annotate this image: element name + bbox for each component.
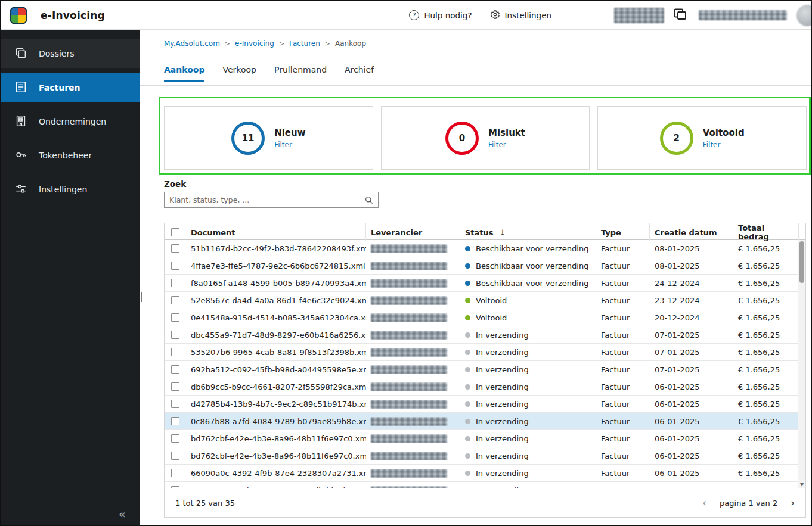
- tab-archief[interactable]: Archief: [345, 65, 374, 82]
- row-checkbox[interactable]: [171, 365, 179, 374]
- status-label: In verzending: [476, 365, 529, 374]
- type-cell: Factuur: [596, 365, 650, 374]
- table-row[interactable]: 0c867b88-a7fd-4084-9789-b079ae859b8e.xml…: [165, 413, 798, 430]
- table-row[interactable]: 4ffae7e3-ffe5-4787-9e2c-6b6bc6724815.xml…: [165, 257, 798, 275]
- status-label: In verzending: [476, 417, 529, 426]
- date-cell: 07-01-2025: [650, 331, 733, 340]
- scrollbar-thumb[interactable]: [799, 241, 804, 283]
- type-cell: Factuur: [596, 279, 650, 288]
- status-dot-icon: [465, 332, 470, 338]
- column-header-type[interactable]: Type: [596, 223, 650, 241]
- next-page-icon[interactable]: ›: [791, 498, 795, 508]
- row-checkbox[interactable]: [171, 331, 179, 339]
- question-mark-icon: ?: [409, 10, 419, 20]
- breadcrumb-link[interactable]: Facturen: [289, 39, 320, 48]
- breadcrumb-link[interactable]: e-Invoicing: [235, 39, 274, 48]
- table-row[interactable]: 0e41548a-915d-4514-b085-345a612304ca.xml…: [165, 309, 798, 326]
- row-checkbox[interactable]: [171, 417, 179, 425]
- status-dot-icon: [465, 350, 470, 355]
- table-row[interactable]: 692ba512-c092-45fb-b98d-a04495598e5e.xml…: [165, 361, 798, 378]
- filter-link[interactable]: Filter: [274, 141, 305, 149]
- scrollbar-down-arrow[interactable]: ▼: [798, 482, 805, 487]
- select-all-checkbox[interactable]: [171, 228, 179, 236]
- row-checkbox[interactable]: [171, 382, 179, 391]
- amount-cell: € 1.656,25: [733, 400, 798, 409]
- row-checkbox[interactable]: [171, 348, 179, 356]
- leverancier-redacted: [371, 313, 447, 322]
- sidebar-item-ondernemingen[interactable]: Ondernemingen: [1, 107, 140, 136]
- status-label: Voltooid: [476, 296, 507, 305]
- sidebar-item-tokenbeheer[interactable]: Tokenbeheer: [1, 141, 140, 170]
- row-checkbox[interactable]: [171, 469, 179, 477]
- user-avatar[interactable]: [796, 5, 811, 26]
- table-row[interactable]: d42785b4-13b9-4b7c-9ec2-c89c51b9174b.xml…: [165, 396, 798, 413]
- pagination: ‹ pagina 1 van 2 ›: [702, 498, 795, 508]
- status-label: In verzending: [476, 400, 529, 409]
- row-checkbox[interactable]: [171, 279, 179, 287]
- row-checkbox[interactable]: [171, 452, 179, 460]
- search-input[interactable]: [165, 195, 360, 204]
- document-name: 66090a0c-4392-4f9b-87e4-2328307a2731.xml: [186, 469, 366, 478]
- row-checkbox[interactable]: [171, 296, 179, 304]
- tab-aankoop[interactable]: Aankoop: [164, 65, 204, 82]
- table-row[interactable]: bd762cbf-e42e-4b3e-8a96-48b11f6e97c0.xml…: [165, 447, 798, 465]
- column-header-status[interactable]: Status ↓: [460, 223, 596, 241]
- row-checkbox[interactable]: [171, 400, 179, 408]
- breadcrumb-link[interactable]: My.Adsolut.com: [164, 39, 220, 48]
- sidebar-item-instellingen[interactable]: Instellingen: [1, 175, 140, 204]
- row-checkbox[interactable]: [171, 244, 179, 253]
- table-row[interactable]: 63ec6a78-556b-4e54-8091-c07dbdd29b42.xml…: [165, 482, 798, 488]
- status-cell: In verzending: [460, 382, 596, 391]
- date-cell: 20-12-2024: [650, 313, 733, 322]
- tab-prullenmand[interactable]: Prullenmand: [274, 65, 327, 82]
- settings-button[interactable]: Instellingen: [490, 10, 551, 21]
- status-dot-icon: [465, 384, 470, 390]
- filter-link[interactable]: Filter: [488, 141, 525, 149]
- type-cell: Factuur: [596, 244, 650, 253]
- date-cell: 07-01-2025: [650, 365, 733, 374]
- table-row[interactable]: 535207b6-9965-4cab-8a81-9f8513f2398b.xml…: [165, 344, 798, 361]
- document-name: dbc455a9-71d7-48d9-8297-e60b416a6256.xml: [186, 331, 366, 340]
- panel-resize-handle[interactable]: [141, 292, 144, 302]
- status-cell: In verzending: [460, 469, 596, 478]
- table-row[interactable]: dbc455a9-71d7-48d9-8297-e60b416a6256.xml…: [165, 326, 798, 344]
- help-button[interactable]: ? Hulp nodig?: [409, 10, 472, 20]
- leverancier-redacted: [371, 296, 447, 305]
- count-badge: 0: [445, 122, 479, 155]
- status-cell: In verzending: [460, 452, 596, 460]
- sidebar-collapse-button[interactable]: «: [119, 507, 126, 521]
- tab-verkoop[interactable]: Verkoop: [222, 65, 256, 82]
- status-card-voltooid: 2 Voltooid Filter: [597, 106, 807, 170]
- table-scrollbar: ▼: [798, 240, 805, 488]
- type-cell: Factuur: [596, 417, 650, 426]
- search-icon[interactable]: [360, 192, 378, 207]
- date-cell: 07-01-2025: [650, 348, 733, 357]
- table-row[interactable]: 52e8567c-da4d-4a0a-86d1-f4e6c32c9024.xml…: [165, 292, 798, 309]
- amount-cell: € 1.656,25: [733, 417, 798, 426]
- table-row[interactable]: 51b1167d-b2cc-49f2-b83d-78642208493f.xml…: [165, 240, 798, 257]
- table-row[interactable]: bd762cbf-e42e-4b3e-8a96-48b11f6e97c0.xml…: [165, 430, 798, 447]
- previous-page-icon[interactable]: ‹: [702, 498, 706, 508]
- status-cell: Beschikbaar voor verzending: [460, 262, 596, 270]
- table-row[interactable]: 66090a0c-4392-4f9b-87e4-2328307a2731.xml…: [165, 465, 798, 482]
- column-header-amount[interactable]: Totaal bedrag: [733, 223, 799, 241]
- table-footer: 1 tot 25 van 35 ‹ pagina 1 van 2 ›: [165, 488, 805, 517]
- redacted-user-name: [699, 10, 787, 20]
- row-checkbox[interactable]: [171, 313, 179, 322]
- date-cell: 06-01-2025: [650, 417, 733, 426]
- row-checkbox[interactable]: [171, 434, 179, 443]
- company-switch-icon[interactable]: [672, 7, 688, 24]
- table-row[interactable]: f8a0165f-a148-4599-b005-b897470993a4.xml…: [165, 275, 798, 292]
- sidebar-item-facturen[interactable]: Facturen: [1, 73, 140, 102]
- row-checkbox[interactable]: [171, 262, 179, 270]
- sidebar-item-dossiers[interactable]: Dossiers: [1, 39, 140, 68]
- status-cards: 11 Nieuw Filter 0 Mislukt Filter 2: [164, 106, 807, 170]
- status-label: In verzending: [476, 469, 529, 478]
- status-cell: Voltooid: [460, 296, 596, 305]
- column-header-date[interactable]: Creatie datum: [650, 223, 733, 241]
- column-header-document[interactable]: Document: [186, 223, 366, 241]
- column-header-leverancier[interactable]: Leverancier: [366, 223, 460, 241]
- table-row[interactable]: db6b9cc5-b9cc-4661-8207-2f55598f29ca.xml…: [165, 378, 798, 396]
- filter-link[interactable]: Filter: [703, 141, 745, 149]
- type-cell: Factuur: [596, 296, 650, 305]
